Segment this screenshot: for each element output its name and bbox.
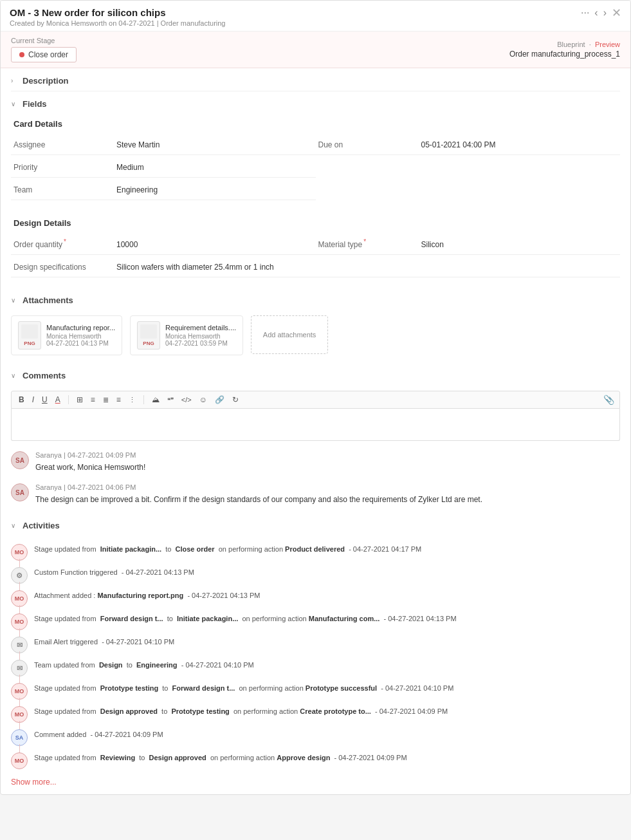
activities-title: Activities bbox=[23, 521, 60, 530]
attachment-icon-0: PNG bbox=[18, 321, 41, 350]
material-type-group: Material type* Silicon bbox=[316, 233, 621, 255]
assignee-label: Assignee bbox=[14, 140, 116, 149]
description-header[interactable]: › Description bbox=[11, 68, 620, 91]
priority-spacer bbox=[316, 158, 621, 178]
row-design-spec: Design specifications Silicon wafers wit… bbox=[11, 257, 620, 280]
order-qty-value[interactable]: 10000 bbox=[116, 240, 313, 249]
toolbar-underline[interactable]: U bbox=[40, 395, 50, 405]
add-attachment-button[interactable]: Add attachments bbox=[251, 315, 328, 354]
fields-title: Fields bbox=[23, 99, 47, 109]
card-details-title: Card Details bbox=[11, 119, 620, 129]
attachments-title: Attachments bbox=[23, 295, 73, 305]
activity-avatar-5: ✉ bbox=[11, 660, 28, 677]
toolbar-code[interactable]: </> bbox=[179, 395, 194, 404]
activity-text-7: Stage updated from Design approved to Pr… bbox=[34, 706, 620, 718]
assignee-group: Assignee Steve Martin bbox=[11, 135, 316, 155]
activity-item-0: MO Stage updated from Initiate packagin.… bbox=[11, 541, 620, 564]
toolbar-list2[interactable]: ⋮ bbox=[127, 395, 138, 405]
activity-text-0: Stage updated from Initiate packagin... … bbox=[34, 544, 620, 555]
comments-body: B I U A ⊞ ≡ ≣ ≡ ⋮ ⛰ ❝❞ </> ☺ 🔗 ↻ bbox=[11, 386, 620, 513]
title-bar: OM - 3 New order for silicon chips Creat… bbox=[1, 1, 630, 32]
activity-avatar-2: MO bbox=[11, 590, 28, 607]
stage-label: Current Stage bbox=[11, 37, 77, 44]
comment-header-1: Saranya | 04-27-2021 04:06 PM bbox=[35, 483, 620, 491]
activities-header[interactable]: ∨ Activities bbox=[11, 513, 620, 536]
window-controls: ··· ‹ › ✕ bbox=[581, 7, 621, 19]
row-order-material: Order quantity* 10000 Material type* Sil… bbox=[11, 233, 620, 257]
activity-item-9: MO Stage updated from Reviewing to Desig… bbox=[11, 749, 620, 772]
comment-editor[interactable] bbox=[11, 409, 620, 441]
preview-link[interactable]: Preview bbox=[595, 41, 620, 48]
toolbar-list1[interactable]: ≡ bbox=[114, 395, 123, 405]
activity-text-8: Comment added - 04-27-2021 04:09 PM bbox=[34, 729, 620, 741]
material-type-label: Material type* bbox=[318, 238, 421, 249]
comments-header[interactable]: ∨ Comments bbox=[11, 363, 620, 386]
more-icon[interactable]: ··· bbox=[581, 8, 589, 18]
close-order-button[interactable]: Close order bbox=[11, 47, 77, 62]
activity-item-7: MO Stage updated from Design approved to… bbox=[11, 703, 620, 726]
toolbar-align1[interactable]: ≡ bbox=[89, 395, 97, 405]
toolbar-align2[interactable]: ≣ bbox=[101, 395, 111, 405]
toolbar-italic[interactable]: I bbox=[30, 395, 36, 405]
comments-title: Comments bbox=[23, 371, 66, 380]
activity-text-9: Stage updated from Reviewing to Design a… bbox=[34, 752, 620, 764]
toolbar-bold[interactable]: B bbox=[17, 395, 26, 405]
attachments-list: PNG Manufacturing repor... Monica Hemswo… bbox=[11, 315, 620, 355]
toolbar-refresh[interactable]: ↻ bbox=[230, 395, 241, 405]
activity-item-3: MO Stage updated from Forward design t..… bbox=[11, 610, 620, 633]
activities-chevron: ∨ bbox=[11, 522, 19, 529]
material-type-value[interactable]: Silicon bbox=[421, 240, 618, 249]
spacer bbox=[11, 203, 620, 210]
toolbar-quote[interactable]: ❝❞ bbox=[165, 396, 176, 404]
fields-section: ∨ Fields Card Details Assignee Steve Mar… bbox=[11, 91, 620, 288]
team-group: Team Engineering bbox=[11, 180, 316, 200]
activity-item-1: ⚙ Custom Function triggered - 04-27-2021… bbox=[11, 564, 620, 587]
activity-avatar-7: MO bbox=[11, 706, 28, 723]
activities-body: MO Stage updated from Initiate packagin.… bbox=[11, 536, 620, 794]
comment-header-0: Saranya | 04-27-2021 04:09 PM bbox=[35, 451, 620, 459]
assignee-value[interactable]: Steve Martin bbox=[116, 140, 313, 149]
comment-content-0: Saranya | 04-27-2021 04:09 PM Great work… bbox=[35, 451, 620, 473]
priority-group: Priority Medium bbox=[11, 158, 316, 178]
close-icon[interactable]: ✕ bbox=[612, 7, 621, 19]
design-spec-label: Design specifications bbox=[14, 263, 116, 272]
team-label: Team bbox=[14, 185, 116, 194]
attachments-section: ∨ Attachments PNG Manufacturing repor...… bbox=[11, 288, 620, 363]
show-more-button[interactable]: Show more... bbox=[11, 778, 57, 787]
comment-content-1: Saranya | 04-27-2021 04:06 PM The design… bbox=[35, 483, 620, 505]
priority-value[interactable]: Medium bbox=[116, 163, 313, 172]
blueprint-label: Blueprint · Preview bbox=[509, 41, 620, 48]
editor-toolbar: B I U A ⊞ ≡ ≣ ≡ ⋮ ⛰ ❝❞ </> ☺ 🔗 ↻ bbox=[11, 391, 620, 409]
stage-left: Current Stage Close order bbox=[11, 37, 77, 62]
toolbar-image[interactable]: ⛰ bbox=[150, 395, 161, 405]
activity-avatar-0: MO bbox=[11, 544, 28, 561]
row-assignee-due: Assignee Steve Martin Due on 05-01-2021 … bbox=[11, 135, 620, 158]
title-bar-left: OM - 3 New order for silicon chips Creat… bbox=[10, 7, 581, 27]
attachment-item-1[interactable]: PNG Requirement details.... Monica Hemsw… bbox=[130, 315, 243, 355]
editor-attach-icon[interactable]: 📎 bbox=[603, 395, 614, 405]
team-value[interactable]: Engineering bbox=[116, 185, 313, 194]
toolbar-emoji[interactable]: ☺ bbox=[197, 395, 209, 405]
attachment-info-1: Requirement details.... Monica Hemsworth… bbox=[165, 324, 236, 347]
forward-icon[interactable]: › bbox=[603, 8, 607, 18]
attachments-header[interactable]: ∨ Attachments bbox=[11, 288, 620, 310]
required-star: * bbox=[64, 238, 66, 245]
toolbar-font-color[interactable]: A bbox=[53, 395, 62, 405]
toolbar-sep-1 bbox=[68, 395, 69, 404]
attachment-name-1: Requirement details.... bbox=[165, 324, 236, 331]
toolbar-link[interactable]: 🔗 bbox=[213, 395, 226, 405]
comment-avatar-1: SA bbox=[11, 483, 29, 501]
activity-avatar-6: MO bbox=[11, 683, 28, 700]
attachment-item-0[interactable]: PNG Manufacturing repor... Monica Hemswo… bbox=[11, 315, 122, 355]
description-title: Description bbox=[23, 76, 69, 86]
comment-avatar-0: SA bbox=[11, 451, 29, 469]
attachments-chevron: ∨ bbox=[11, 297, 19, 304]
design-spec-value[interactable]: Silicon wafers with diameter 25.4mm or 1… bbox=[116, 263, 617, 272]
back-icon[interactable]: ‹ bbox=[594, 8, 598, 18]
toolbar-table[interactable]: ⊞ bbox=[75, 395, 85, 405]
description-section: › Description bbox=[11, 68, 620, 91]
attachment-icon-1: PNG bbox=[137, 321, 160, 350]
fields-header[interactable]: ∨ Fields bbox=[11, 91, 620, 114]
comments-section: ∨ Comments B I U A ⊞ ≡ ≣ ≡ ⋮ ⛰ ❝❞ bbox=[11, 363, 620, 513]
due-on-value[interactable]: 05-01-2021 04:00 PM bbox=[421, 140, 618, 149]
